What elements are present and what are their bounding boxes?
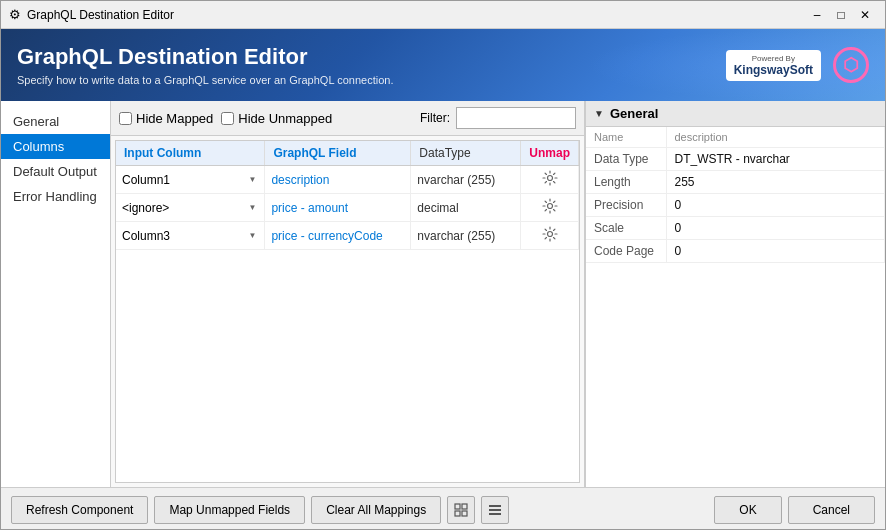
prop-scale-label: Scale xyxy=(586,217,666,240)
icon-btn-2[interactable] xyxy=(481,496,509,524)
svg-rect-8 xyxy=(489,509,501,511)
collapse-icon[interactable]: ▼ xyxy=(594,108,604,119)
datatype-2: decimal xyxy=(417,201,458,215)
graphql-field-link-3[interactable]: price - currencyCode xyxy=(271,229,382,243)
svg-point-0 xyxy=(547,176,552,181)
graphql-icon: ⬡ xyxy=(833,47,869,83)
svg-rect-6 xyxy=(462,511,467,516)
prop-name-key: Name xyxy=(586,127,666,148)
prop-datatype-value: DT_WSTR - nvarchar xyxy=(666,148,885,171)
table-row: Column3 price - currencyCode nvarchar (2… xyxy=(116,222,579,250)
clear-mappings-button[interactable]: Clear All Mappings xyxy=(311,496,441,524)
prop-scale-value: 0 xyxy=(666,217,885,240)
prop-row-codepage: Code Page 0 xyxy=(586,240,885,263)
col-header-datatype: DataType xyxy=(411,141,521,166)
svg-rect-5 xyxy=(455,511,460,516)
prop-name-label-row: Name description xyxy=(586,127,885,148)
unmap-button-1[interactable] xyxy=(527,170,572,189)
minimize-button[interactable]: – xyxy=(805,5,829,25)
prop-row-datatype: Data Type DT_WSTR - nvarchar xyxy=(586,148,885,171)
hide-unmapped-label: Hide Unmapped xyxy=(238,111,332,126)
col-header-input: Input Column xyxy=(116,141,265,166)
close-button[interactable]: ✕ xyxy=(853,5,877,25)
col-header-graphql: GraphQL Field xyxy=(265,141,411,166)
prop-codepage-label: Code Page xyxy=(586,240,666,263)
ok-button[interactable]: OK xyxy=(714,496,781,524)
prop-length-label: Length xyxy=(586,171,666,194)
graphql-field-link-2[interactable]: price - amount xyxy=(271,201,348,215)
unmap-button-3[interactable] xyxy=(527,226,572,245)
svg-point-1 xyxy=(547,204,552,209)
svg-point-2 xyxy=(547,232,552,237)
datatype-1: nvarchar (255) xyxy=(417,173,495,187)
properties-header: ▼ General xyxy=(586,101,885,127)
prop-datatype-label: Data Type xyxy=(586,148,666,171)
hide-mapped-checkbox[interactable] xyxy=(119,112,132,125)
icon-btn-1[interactable] xyxy=(447,496,475,524)
graphql-field-link-1[interactable]: description xyxy=(271,173,329,187)
kingsway-logo: Powered By KingswaySoft xyxy=(726,50,821,81)
restore-button[interactable]: □ xyxy=(829,5,853,25)
prop-length-value: 255 xyxy=(666,171,885,194)
sidebar-item-general[interactable]: General xyxy=(1,109,110,134)
prop-row-length: Length 255 xyxy=(586,171,885,194)
svg-rect-9 xyxy=(489,513,501,515)
svg-rect-3 xyxy=(455,504,460,509)
brand-name: KingswaySoft xyxy=(734,63,813,77)
header-subtitle: Specify how to write data to a GraphQL s… xyxy=(17,74,393,86)
powered-by-text: Powered By xyxy=(752,54,795,63)
header-title: GraphQL Destination Editor xyxy=(17,44,393,70)
filter-label: Filter: xyxy=(420,111,450,125)
table-row: <ignore> price - amount decimal xyxy=(116,194,579,222)
prop-precision-label: Precision xyxy=(586,194,666,217)
input-column-select-2[interactable]: <ignore> xyxy=(122,201,258,215)
svg-rect-4 xyxy=(462,504,467,509)
svg-rect-7 xyxy=(489,505,501,507)
hide-mapped-checkbox-label[interactable]: Hide Mapped xyxy=(119,111,213,126)
unmap-button-2[interactable] xyxy=(527,198,572,217)
table-row: Column1 description nvarchar (255) xyxy=(116,166,579,194)
hide-unmapped-checkbox[interactable] xyxy=(221,112,234,125)
refresh-component-button[interactable]: Refresh Component xyxy=(11,496,148,524)
datatype-3: nvarchar (255) xyxy=(417,229,495,243)
prop-codepage-value: 0 xyxy=(666,240,885,263)
col-header-unmap: Unmap xyxy=(521,141,579,166)
prop-row-scale: Scale 0 xyxy=(586,217,885,240)
properties-section-title: General xyxy=(610,106,658,121)
filter-input[interactable] xyxy=(456,107,576,129)
hide-unmapped-checkbox-label[interactable]: Hide Unmapped xyxy=(221,111,332,126)
map-unmapped-button[interactable]: Map Unmapped Fields xyxy=(154,496,305,524)
window-title: GraphQL Destination Editor xyxy=(27,8,805,22)
cancel-button[interactable]: Cancel xyxy=(788,496,875,524)
sidebar-item-columns[interactable]: Columns xyxy=(1,134,110,159)
prop-precision-value: 0 xyxy=(666,194,885,217)
prop-row-precision: Precision 0 xyxy=(586,194,885,217)
input-column-select-1[interactable]: Column1 xyxy=(122,173,258,187)
sidebar-item-default-output[interactable]: Default Output xyxy=(1,159,110,184)
left-nav: General Columns Default Output Error Han… xyxy=(1,101,111,487)
hide-mapped-label: Hide Mapped xyxy=(136,111,213,126)
sidebar-item-error-handling[interactable]: Error Handling xyxy=(1,184,110,209)
input-column-select-3[interactable]: Column3 xyxy=(122,229,258,243)
prop-name-value: description xyxy=(666,127,885,148)
title-icon: ⚙ xyxy=(9,7,21,22)
